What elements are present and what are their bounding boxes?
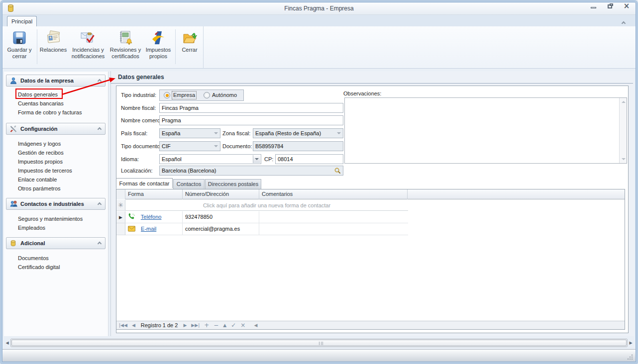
cylinder-icon [9, 239, 17, 251]
zona-fiscal-value: España (Resto de España) [255, 130, 321, 136]
save-icon [11, 30, 27, 46]
chevron-down-icon[interactable] [212, 129, 219, 137]
resize-grip[interactable] [628, 354, 634, 360]
sidebar-section-datos-empresa[interactable]: Datos de la empresa [6, 75, 106, 87]
delete-record-button[interactable]: − [213, 322, 218, 329]
edit-record-button[interactable]: ▲ [223, 322, 226, 329]
scroll-up-icon[interactable] [620, 98, 627, 105]
button-label: Impuestos propios [142, 47, 174, 60]
documento-field[interactable]: B58959784 [253, 141, 343, 151]
tab-contactos[interactable]: Contactos [173, 179, 205, 189]
scroll-down-icon[interactable] [620, 156, 627, 163]
tab-direcciones-postales[interactable]: Direcciones postales [205, 179, 261, 189]
restore-button[interactable] [605, 3, 616, 10]
revisiones-button[interactable]: Revisiones y certificados [108, 28, 142, 67]
save-close-button[interactable]: Guardar y cerrar [4, 28, 35, 67]
column-header-forma[interactable]: Forma [125, 189, 183, 199]
radio-empresa-label[interactable]: Empresa [172, 91, 196, 99]
record-navigator: |◀◀ ◀ Registro 1 de 2 ▶ ▶▶| + − ▲ ✓ × ◀ [116, 321, 625, 329]
ribbon-tab-row: Principal [2, 15, 636, 26]
close-button[interactable]: × [621, 3, 632, 10]
chevron-down-icon[interactable] [335, 129, 342, 137]
chevron-down-icon[interactable] [253, 155, 260, 163]
minimize-button[interactable] [588, 3, 599, 10]
tab-principal[interactable]: Principal [7, 16, 37, 26]
chevron-up-icon [98, 127, 102, 131]
sidebar-item-datos-generales[interactable]: Datos generales [18, 90, 106, 99]
sidebar-item-cuentas-bancarias[interactable]: Cuentas bancarias [18, 99, 106, 108]
comentarios-cell[interactable] [259, 223, 408, 235]
numero-cell[interactable]: 932478850 [183, 211, 259, 223]
horizontal-scrollbar[interactable]: ◀ ▶ [4, 338, 634, 348]
sidebar-item-impuestos-propios[interactable]: Impuestos propios [18, 157, 106, 166]
section-title: Configuración [20, 123, 58, 134]
table-row[interactable]: E-mail comercial@pragma.es [116, 223, 408, 235]
sidebar-item-forma-cobro[interactable]: Forma de cobro y facturas [18, 108, 106, 117]
cp-field[interactable] [275, 154, 343, 164]
table-row[interactable]: ▶ Teléfono 932478850 [116, 211, 408, 223]
scrollbar-track[interactable] [10, 339, 628, 347]
tax-agency-icon [150, 30, 166, 46]
sidebar-item-certificado-digital[interactable]: Certificado digital [18, 263, 106, 272]
sidebar-item-enlace-contable[interactable]: Enlace contable [18, 175, 106, 184]
tipo-documento-combo[interactable]: CIF [159, 141, 220, 151]
pais-fiscal-combo[interactable]: España [159, 128, 220, 138]
radio-empresa[interactable] [164, 92, 170, 98]
email-link[interactable]: E-mail [141, 226, 156, 232]
observaciones-label: Observaciones: [343, 89, 381, 98]
grid-new-row[interactable]: ✳ Click aquí para añadir una nueva forma… [116, 200, 408, 211]
sidebar-item-documentos[interactable]: Documentos [18, 254, 106, 263]
nombre-fiscal-input[interactable] [162, 103, 341, 112]
minimize-icon [591, 7, 596, 8]
sidebar-item-impuestos-terceros[interactable]: Impuestos de terceros [18, 166, 106, 175]
cp-input[interactable] [278, 155, 341, 164]
incidencias-button[interactable]: Incidencias y notificaciones [68, 28, 108, 67]
scroll-right-icon[interactable]: ▶ [628, 339, 634, 347]
sidebar-item-gestion-recibos[interactable]: Gestión de recibos [18, 148, 106, 157]
sidebar-item-empleados[interactable]: Empleados [18, 223, 106, 232]
sidebar-item-otros-parametros[interactable]: Otros parámetros [18, 184, 106, 193]
sidebar-section-contactos[interactable]: Contactos e industriales [6, 198, 106, 210]
previous-record-button[interactable]: ◀ [132, 322, 135, 329]
column-header-numero[interactable]: Número/Dirección [183, 189, 259, 199]
button-label: Guardar y cerrar [4, 47, 35, 60]
localizacion-field[interactable]: Barcelona (Barcelona) [159, 166, 343, 176]
mail-check-icon [80, 30, 96, 46]
nombre-comercial-input[interactable] [162, 116, 341, 125]
confirm-edit-button[interactable]: ✓ [231, 322, 236, 329]
scroll-left-icon[interactable]: ◀ [4, 339, 10, 347]
observaciones-textarea[interactable] [345, 98, 619, 163]
zona-fiscal-combo[interactable]: España (Resto de España) [253, 128, 343, 138]
new-row-text[interactable]: Click aquí para añadir una nueva forma d… [125, 200, 408, 211]
radio-autonomo-label[interactable]: Autónomo [212, 91, 237, 99]
observaciones-scrollbar[interactable] [619, 98, 627, 163]
comentarios-cell[interactable] [259, 211, 408, 223]
window-title: Fincas Pragma - Empresa [2, 2, 636, 15]
radio-autonomo[interactable] [204, 92, 210, 98]
cancel-edit-button[interactable]: × [240, 322, 245, 329]
numero-cell[interactable]: comercial@pragma.es [183, 223, 259, 235]
ribbon-collapse-button[interactable] [622, 18, 629, 24]
nombre-comercial-field[interactable] [159, 115, 343, 125]
grid-scroll-left-button[interactable]: ◀ [254, 322, 257, 329]
next-record-button[interactable]: ▶ [183, 322, 187, 329]
relaciones-button[interactable]: Relaciones [39, 28, 68, 67]
sidebar-item-imagenes-logos[interactable]: Imágenes y logos [18, 139, 106, 148]
idioma-combo[interactable]: Español [159, 154, 261, 164]
nombre-fiscal-field[interactable] [159, 103, 343, 113]
chevron-down-icon[interactable] [212, 142, 219, 150]
sidebar-section-configuracion[interactable]: Configuración [6, 123, 106, 135]
last-record-button[interactable]: ▶▶| [191, 322, 200, 329]
tab-formas-de-contactar[interactable]: Formas de contactar [116, 178, 173, 188]
sidebar-item-seguros[interactable]: Seguros y mantenimientos [18, 214, 106, 223]
search-icon[interactable] [334, 167, 341, 177]
first-record-button[interactable]: |◀◀ [119, 322, 127, 329]
telefono-link[interactable]: Teléfono [141, 214, 162, 220]
append-record-button[interactable]: + [204, 322, 209, 329]
cerrar-button[interactable]: Cerrar [177, 28, 202, 67]
column-header-comentarios[interactable]: Comentarios [259, 189, 408, 199]
scrollbar-thumb[interactable] [11, 340, 627, 346]
row-arrow-icon: ▶ [119, 215, 122, 220]
sidebar-section-adicional[interactable]: Adicional [6, 237, 106, 249]
impuestos-propios-button[interactable]: Impuestos propios [142, 28, 174, 67]
